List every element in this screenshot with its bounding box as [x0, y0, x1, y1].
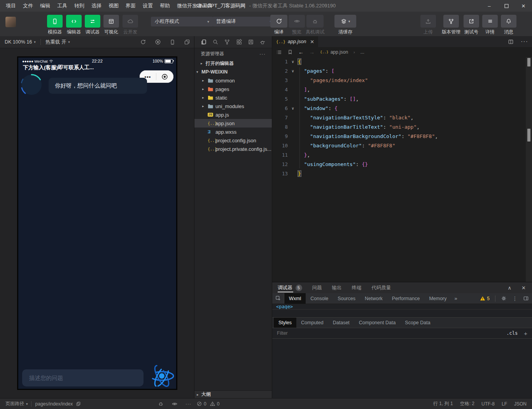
- user-avatar[interactable]: [5, 17, 16, 27]
- more-actions-icon[interactable]: ···: [259, 51, 266, 57]
- mode-select[interactable]: 小程序模式 ▾: [151, 17, 213, 26]
- outline-section[interactable]: ▸ 大纲: [194, 390, 272, 398]
- bookmark-icon[interactable]: [287, 49, 293, 55]
- menu-item[interactable]: 项目: [2, 2, 19, 9]
- project-root-item[interactable]: ▾ MP-WEIXIN: [194, 68, 272, 76]
- compile-select[interactable]: 普通编译 ▾: [212, 17, 276, 26]
- menu-item[interactable]: 视图: [105, 2, 122, 9]
- tree-item[interactable]: ▸pages: [194, 85, 272, 93]
- tree-item[interactable]: ▸uni_modules: [194, 102, 272, 110]
- page-path-value[interactable]: pages/index/index: [35, 401, 73, 407]
- tree-item[interactable]: Ǝapp.wxss: [194, 128, 272, 136]
- language-mode[interactable]: JSON: [514, 401, 527, 407]
- tree-item[interactable]: ▸common: [194, 76, 272, 85]
- visibility-eye-icon[interactable]: [172, 401, 178, 407]
- visualize-toggle-button[interactable]: 可视化: [102, 15, 121, 35]
- panel-tab[interactable]: 调试器5: [278, 282, 302, 293]
- menu-item[interactable]: 工具: [54, 2, 71, 9]
- vconsole-bug-icon[interactable]: [158, 401, 164, 407]
- cloud-dev-button[interactable]: 云开发: [121, 15, 140, 35]
- cursor-position[interactable]: 行 1, 列 1: [433, 400, 453, 407]
- warnings-indicator[interactable]: 5: [480, 296, 490, 301]
- open-editors-section[interactable]: ▸ 打开的编辑器: [194, 59, 272, 68]
- styles-tab[interactable]: Computed: [296, 318, 328, 328]
- split-editor-icon[interactable]: [508, 39, 514, 45]
- code-editor[interactable]: 1∨{2∨ "pages": [3 "pages/index/index"4 ]…: [272, 57, 526, 282]
- tree-item[interactable]: ▸static: [194, 93, 272, 102]
- device-frame-icon[interactable]: [170, 39, 175, 45]
- breadcrumb-file[interactable]: {..} app.json: [320, 49, 348, 55]
- editor-scrollbar[interactable]: [526, 57, 532, 282]
- extensions-icon[interactable]: [236, 39, 242, 45]
- menu-item[interactable]: 转到: [71, 2, 88, 9]
- multi-window-icon[interactable]: [184, 39, 190, 45]
- devtools-tab[interactable]: Console: [306, 293, 333, 304]
- tree-item[interactable]: JSapp.js: [194, 110, 272, 119]
- menu-item[interactable]: 界面: [122, 2, 139, 9]
- forward-arrow-icon[interactable]: →: [309, 49, 315, 55]
- devtools-tab[interactable]: Memory: [424, 293, 451, 304]
- close-button[interactable]: ✕: [515, 0, 532, 12]
- chat-input[interactable]: [22, 369, 144, 386]
- close-tab-icon[interactable]: ✕: [310, 39, 314, 45]
- kebab-menu-icon[interactable]: ⋮: [512, 295, 518, 302]
- tab-app-json[interactable]: {..} app.json ✕: [272, 36, 318, 47]
- devtools-tab[interactable]: Wxml: [284, 293, 306, 304]
- outline-list-icon[interactable]: [276, 49, 282, 55]
- problems-summary[interactable]: 0 0: [194, 399, 272, 409]
- eol[interactable]: LF: [502, 401, 507, 407]
- tree-item[interactable]: {..}project.private.config.js...: [194, 145, 272, 153]
- menu-item[interactable]: 编辑: [37, 2, 54, 9]
- rotate-icon[interactable]: [140, 39, 146, 45]
- panel-tab[interactable]: 终端: [352, 282, 362, 293]
- teapot-icon[interactable]: [259, 39, 266, 45]
- device-select[interactable]: DK 100% 16 ▾: [0, 39, 40, 45]
- messages-button[interactable]: 消息: [498, 15, 520, 35]
- source-control-icon[interactable]: [224, 39, 230, 45]
- collapse-panel-icon[interactable]: ∧: [508, 285, 512, 291]
- cls-toggle[interactable]: .cls: [506, 330, 518, 336]
- devtools-tab[interactable]: Sources: [333, 293, 360, 304]
- hot-reload-select[interactable]: 热重载 开 ▾: [41, 39, 75, 45]
- menu-item[interactable]: 文件: [19, 2, 37, 9]
- styles-tab[interactable]: Scope Data: [400, 318, 435, 328]
- compile-button[interactable]: 编译: [270, 15, 288, 35]
- atom-logo-icon[interactable]: [147, 362, 176, 390]
- tree-item[interactable]: {..}app.json: [194, 119, 272, 128]
- search-icon[interactable]: [212, 39, 219, 45]
- more-tabs-icon[interactable]: »: [452, 295, 460, 301]
- inspect-element-icon[interactable]: [272, 293, 284, 304]
- settings-gear-icon[interactable]: [501, 295, 507, 301]
- back-arrow-icon[interactable]: ←: [298, 49, 304, 55]
- more-actions-icon[interactable]: ···: [521, 38, 528, 45]
- debugger-toggle-button[interactable]: 调试器: [83, 15, 102, 35]
- add-style-icon[interactable]: +: [524, 330, 527, 337]
- remote-debug-button[interactable]: 真机调试: [304, 15, 326, 35]
- minimize-button[interactable]: –: [481, 0, 498, 12]
- menu-item[interactable]: 设置: [139, 2, 156, 9]
- styles-tab[interactable]: Component Data: [354, 318, 401, 328]
- styles-tab[interactable]: Dataset: [328, 318, 354, 328]
- menu-item[interactable]: 帮助: [156, 2, 173, 9]
- copy-path-icon[interactable]: [76, 401, 81, 406]
- panel-tab[interactable]: 代码质量: [372, 282, 391, 293]
- exit-target-icon[interactable]: [161, 73, 168, 80]
- breadcrumb-more[interactable]: ...: [360, 49, 364, 55]
- files-icon[interactable]: [201, 39, 207, 45]
- menu-item[interactable]: 选择: [88, 2, 105, 9]
- devtools-tab[interactable]: Performance: [387, 293, 425, 304]
- upload-button[interactable]: 上传: [417, 15, 439, 35]
- preview-button[interactable]: 预览: [288, 15, 306, 35]
- panel-tab[interactable]: 问题: [312, 282, 322, 293]
- dock-side-icon[interactable]: [523, 295, 529, 301]
- indentation[interactable]: 空格: 2: [460, 400, 474, 407]
- filter-input[interactable]: [272, 330, 506, 336]
- editor-toggle-button[interactable]: 编辑器: [65, 15, 83, 35]
- styles-tab[interactable]: Styles: [274, 318, 296, 328]
- tree-item[interactable]: {..}project.config.json: [194, 136, 272, 145]
- devtools-tab[interactable]: Network: [360, 293, 387, 304]
- clear-cache-button[interactable]: ▾ 清缓存: [334, 15, 357, 35]
- version-control-button[interactable]: 版本管理: [440, 15, 462, 35]
- ellipsis-icon[interactable]: ···: [186, 401, 191, 407]
- wxml-tree-fragment[interactable]: <page>: [272, 304, 532, 309]
